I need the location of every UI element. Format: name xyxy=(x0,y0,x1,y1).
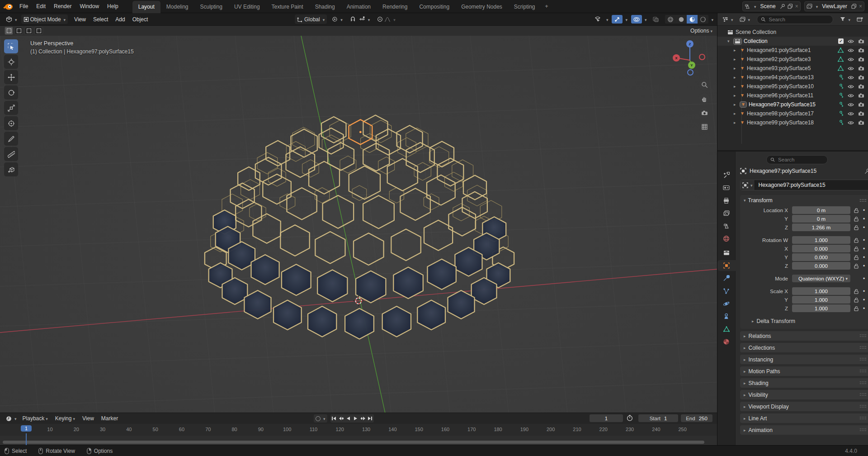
workspace-tab[interactable]: Texture Paint xyxy=(266,1,309,13)
outliner-editor-dropdown[interactable] xyxy=(720,14,736,24)
hide-eye-icon[interactable] xyxy=(848,94,854,98)
expand-icon[interactable]: ▸ xyxy=(734,93,736,98)
play-reverse-button[interactable] xyxy=(345,414,352,423)
animate-dot-icon[interactable] xyxy=(862,288,866,294)
orientation-dropdown[interactable]: Global xyxy=(295,14,327,24)
value-field[interactable]: 1.000 xyxy=(792,296,850,304)
menu-item[interactable]: File xyxy=(15,3,32,10)
value-field[interactable]: 0.000 xyxy=(792,245,850,252)
outliner-object-row[interactable]: ▸ ▼ Hexagone95:polySurface10 xyxy=(717,82,868,91)
animate-dot-icon[interactable] xyxy=(862,305,866,312)
hide-eye-icon[interactable] xyxy=(848,85,854,89)
shading-material-button[interactable] xyxy=(687,15,698,24)
lock-icon[interactable] xyxy=(854,238,859,243)
tab-particles[interactable] xyxy=(719,285,734,296)
jump-to-start-button[interactable] xyxy=(330,414,338,423)
viewport-menu-item[interactable]: Add xyxy=(112,16,128,23)
outliner-search[interactable] xyxy=(757,15,833,24)
pin-icon[interactable] xyxy=(864,168,868,174)
lock-icon[interactable] xyxy=(854,306,859,311)
hide-eye-icon[interactable] xyxy=(848,39,854,43)
tab-modifiers[interactable] xyxy=(719,273,734,284)
tool-annotate[interactable] xyxy=(4,132,18,146)
hide-eye-icon[interactable] xyxy=(848,76,854,80)
prev-keyframe-button[interactable] xyxy=(338,414,345,423)
shading-solid-button[interactable] xyxy=(676,15,687,24)
workspace-tab[interactable]: Layout xyxy=(132,1,160,13)
animate-dot-icon[interactable] xyxy=(862,216,866,222)
use-preview-range-toggle[interactable] xyxy=(627,415,633,421)
hide-eye-icon[interactable] xyxy=(848,103,854,107)
expand-icon[interactable]: ▸ xyxy=(734,120,736,125)
outliner-object-row[interactable]: ▸ ▼ Hexagone98:polySurface17 xyxy=(717,109,868,118)
current-frame-field[interactable]: 1 xyxy=(590,414,623,422)
value-field[interactable]: 1.266 m xyxy=(792,223,850,231)
render-visibility-icon[interactable] xyxy=(858,39,864,43)
tool-scale[interactable] xyxy=(4,101,18,115)
outliner-filter-dropdown[interactable] xyxy=(838,14,853,24)
gizmo-x-neg-axis[interactable] xyxy=(699,54,705,60)
tab-data[interactable] xyxy=(719,323,734,334)
pin-icon[interactable] xyxy=(780,4,785,9)
tab-constraints[interactable] xyxy=(719,311,734,322)
proportional-editing[interactable] xyxy=(375,14,398,24)
shading-wireframe-button[interactable] xyxy=(665,15,676,24)
menu-item[interactable]: Help xyxy=(103,3,123,10)
lock-icon[interactable] xyxy=(854,289,859,294)
tab-physics[interactable] xyxy=(719,298,734,309)
viewport-menu-item[interactable]: Object xyxy=(129,16,152,23)
collapsed-panel[interactable]: ▸Motion Paths xyxy=(740,366,868,376)
duplicate-icon[interactable] xyxy=(788,4,793,9)
render-visibility-icon[interactable] xyxy=(858,57,864,62)
tool-transform[interactable] xyxy=(4,116,18,130)
collapsed-panel[interactable]: ▸Viewport Display xyxy=(740,402,868,411)
animate-dot-icon[interactable] xyxy=(862,237,866,243)
timeline-menu-item[interactable]: Keying xyxy=(52,415,79,422)
timeline-ruler[interactable]: 1102030405060708090100110120130140150160… xyxy=(0,424,717,436)
mode-dropdown[interactable]: Object Mode xyxy=(21,14,68,24)
scene-selector[interactable]: Scene × xyxy=(742,1,801,11)
auto-keying-toggle[interactable] xyxy=(314,414,327,423)
object-name-field[interactable] xyxy=(740,180,868,190)
render-visibility-icon[interactable] xyxy=(858,120,864,125)
snap-controls[interactable] xyxy=(348,14,373,24)
collapsed-panel[interactable]: ▸Animation xyxy=(740,425,868,435)
close-icon[interactable]: × xyxy=(795,3,798,10)
close-icon[interactable]: × xyxy=(859,3,862,10)
expand-icon[interactable]: ▸ xyxy=(734,66,736,71)
outliner-object-row[interactable]: ▸ ▼ Hexagone94:polySurface13 xyxy=(717,73,868,82)
hide-eye-icon[interactable] xyxy=(848,121,854,125)
workspace-tab[interactable]: Sculpting xyxy=(194,1,228,13)
tab-view-layer[interactable] xyxy=(719,208,734,218)
select-mode-new-button[interactable] xyxy=(5,27,13,35)
overlays-toggle[interactable] xyxy=(631,15,642,24)
lock-icon[interactable] xyxy=(854,297,859,303)
lock-icon[interactable] xyxy=(854,208,859,213)
workspace-tab[interactable]: Modeling xyxy=(160,1,194,13)
tool-cursor[interactable] xyxy=(4,55,18,69)
pan-hand-icon[interactable] xyxy=(699,93,710,104)
tab-output[interactable] xyxy=(719,195,734,206)
gizmo-z-neg-axis[interactable] xyxy=(687,69,693,76)
jump-to-end-button[interactable] xyxy=(367,414,374,423)
render-visibility-icon[interactable] xyxy=(858,93,864,98)
viewlayer-selector[interactable]: ViewLayer × xyxy=(804,1,864,11)
outliner-object-row[interactable]: ▸ ▼ Hexagone91:polySurface1 xyxy=(717,46,868,55)
lock-icon[interactable] xyxy=(854,216,859,222)
menu-item[interactable]: Window xyxy=(75,3,103,10)
render-visibility-icon[interactable] xyxy=(858,66,864,71)
gizmo-z-axis[interactable]: Z xyxy=(686,40,693,48)
collapsed-panel[interactable]: ▸Shading xyxy=(740,378,868,388)
workspace-tab[interactable]: Shading xyxy=(309,1,341,13)
workspace-tab[interactable]: Scripting xyxy=(508,1,541,13)
tab-collection[interactable] xyxy=(719,247,734,258)
lock-icon[interactable] xyxy=(854,225,859,230)
tab-tool[interactable] xyxy=(719,170,734,180)
hide-eye-icon[interactable] xyxy=(848,66,854,71)
gizmo-y-axis[interactable]: Y xyxy=(688,62,695,69)
value-field[interactable]: 1.000 xyxy=(792,304,850,312)
collection-row[interactable]: ▾ Collection ✓ xyxy=(717,37,868,46)
workspace-tab[interactable]: UV Editing xyxy=(228,1,266,13)
value-field[interactable]: 0.000 xyxy=(792,253,850,261)
animate-dot-icon[interactable] xyxy=(862,254,866,261)
